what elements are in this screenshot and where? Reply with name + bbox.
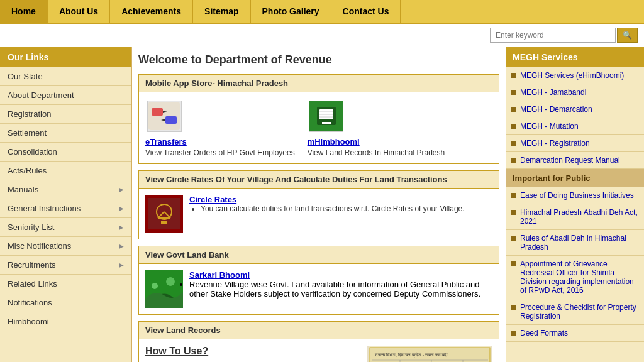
sidebar-item-manuals[interactable]: Manuals▶ xyxy=(0,180,131,199)
sidebar-title: Our Links xyxy=(0,47,131,67)
circle-rates-box: View Circle Rates Of Your Village And Ca… xyxy=(138,170,499,239)
center-content: Welcome to Department of Revenue Mobile … xyxy=(132,47,506,362)
circle-rates-header: View Circle Rates Of Your Village And Ca… xyxy=(139,171,499,189)
bullet-icon xyxy=(511,210,516,215)
search-input[interactable] xyxy=(490,28,616,43)
megh-item[interactable]: Demarcation Request Manual xyxy=(506,152,644,169)
chevron-right-icon: ▶ xyxy=(119,261,124,268)
bullet-icon xyxy=(511,261,516,266)
nav-item-contact[interactable]: Contact Us xyxy=(331,0,401,23)
bullet-icon xyxy=(511,124,516,129)
mhimbhoomi-link[interactable]: mHimbhoomi xyxy=(308,137,360,146)
sarkari-bhoomi-desc: Revenue Village wise Govt. Land availabl… xyxy=(189,280,492,299)
sidebar-item-himbhoomi[interactable]: Himbhoomi xyxy=(0,312,131,331)
chevron-right-icon: ▶ xyxy=(119,186,124,193)
land-records-header: View Land Records xyxy=(139,322,499,339)
land-records-image: राजस्व विभाग, हिमाचल प्रदेश - नकल जमाबंद… xyxy=(367,346,492,362)
land-records-text: How To Use? You can view copy of RoR(Jam… xyxy=(145,346,360,362)
mhimbhoomi-desc: View Land Records In Himachal Pradesh xyxy=(308,148,445,157)
sidebar-item-notifications[interactable]: Notifications xyxy=(0,293,131,312)
etransfers-icon xyxy=(147,101,182,132)
circle-rates-icon xyxy=(145,195,183,233)
sarkari-bhoomi-link[interactable]: Sarkari Bhoomi xyxy=(189,270,250,280)
bullet-icon xyxy=(511,158,516,163)
sidebar-item-acts/rules[interactable]: Acts/Rules xyxy=(0,162,131,180)
circle-rates-text: Circle Rates You can calculate duties fo… xyxy=(189,195,465,213)
svg-rect-12 xyxy=(148,198,180,229)
sidebar-item-registration[interactable]: Registration xyxy=(0,105,131,124)
bullet-icon xyxy=(511,90,516,95)
svg-point-20 xyxy=(166,277,175,286)
search-bar: 🔍 xyxy=(0,24,644,47)
svg-rect-2 xyxy=(165,116,177,124)
public-item[interactable]: Himachal Pradesh Abadhi Deh Act, 2021 xyxy=(506,204,644,230)
mobile-app-header: Mobile App Store- Himachal Pradesh xyxy=(139,75,499,92)
circle-rates-bullet: You can calculate duties for land transa… xyxy=(201,204,465,213)
bullet-icon xyxy=(511,331,516,336)
nav-item-sitemap[interactable]: Sitemap xyxy=(193,0,250,23)
right-sidebar: MEGH Services MEGH Services (eHimBhoomi)… xyxy=(506,47,644,362)
nav-item-photo[interactable]: Photo Gallery xyxy=(251,0,331,23)
mhimbhoomi-icon xyxy=(309,101,343,132)
public-item[interactable]: Procedure & Checklist for Property Regis… xyxy=(506,299,644,325)
svg-rect-1 xyxy=(152,108,163,116)
bullet-icon xyxy=(511,193,516,198)
megh-services-title: MEGH Services xyxy=(506,47,644,67)
etransfers-desc: View Transfer Orders of HP Govt Employee… xyxy=(145,148,295,157)
bullet-icon xyxy=(511,305,516,310)
bullet-icon xyxy=(511,236,516,241)
govt-land-box: View Govt Land Bank xyxy=(138,246,499,315)
etransfers-link[interactable]: eTransfers xyxy=(145,137,187,146)
chevron-right-icon: ▶ xyxy=(119,205,124,212)
sarkari-bhoomi-text: Sarkari Bhoomi Revenue Village wise Govt… xyxy=(189,270,492,299)
sidebar-item-general-instructions[interactable]: General Instructions▶ xyxy=(0,199,131,218)
nav-item-achievements[interactable]: Achievements xyxy=(110,0,193,23)
megh-item[interactable]: MEGH - Registration xyxy=(506,135,644,152)
megh-item[interactable]: MEGH Services (eHimBhoomi) xyxy=(506,67,644,84)
sidebar-item-related-links[interactable]: Related Links xyxy=(0,275,131,293)
sarkari-bhoomi-icon xyxy=(145,270,183,308)
chevron-right-icon: ▶ xyxy=(119,243,124,250)
public-item[interactable]: Appointment of Grievance Redressal Offic… xyxy=(506,256,644,299)
svg-text:राजस्व विभाग, हिमाचल प्रदेश - : राजस्व विभाग, हिमाचल प्रदेश - नकल जमाबंद… xyxy=(374,352,448,358)
page-title: Welcome to Department of Revenue xyxy=(138,53,499,67)
svg-rect-8 xyxy=(322,122,331,124)
sidebar-item-our-state[interactable]: Our State xyxy=(0,67,131,86)
svg-rect-0 xyxy=(148,102,180,130)
nav-item-about[interactable]: About Us xyxy=(48,0,110,23)
megh-item[interactable]: MEGH - Jamabandi xyxy=(506,84,644,101)
etransfers-app: eTransfers View Transfer Orders of HP Go… xyxy=(145,99,295,157)
bullet-icon xyxy=(511,107,516,112)
nav-item-home[interactable]: Home xyxy=(0,0,48,23)
sidebar-item-settlement[interactable]: Settlement xyxy=(0,124,131,143)
svg-point-19 xyxy=(152,283,158,289)
sidebar-item-misc-notifications[interactable]: Misc Notifications▶ xyxy=(0,237,131,256)
govt-land-header: View Govt Land Bank xyxy=(139,246,499,264)
megh-item[interactable]: MEGH - Demarcation xyxy=(506,101,644,118)
search-button[interactable]: 🔍 xyxy=(617,28,638,43)
circle-rates-link[interactable]: Circle Rates xyxy=(189,195,236,204)
left-sidebar: Our Links Our StateAbout DepartmentRegis… xyxy=(0,47,132,362)
sidebar-item-recruitments[interactable]: Recruitments▶ xyxy=(0,256,131,275)
sidebar-item-consolidation[interactable]: Consolidation xyxy=(0,143,131,162)
top-nav: HomeAbout UsAchievementsSitemapPhoto Gal… xyxy=(0,0,644,24)
chevron-right-icon: ▶ xyxy=(119,224,124,231)
megh-item[interactable]: MEGH - Mutation xyxy=(506,118,644,135)
svg-rect-17 xyxy=(161,221,167,224)
land-records-box: View Land Records How To Use? You can vi… xyxy=(138,321,499,362)
public-item[interactable]: Rules of Abadi Deh in Himachal Pradesh xyxy=(506,230,644,256)
how-to-use-title: How To Use? xyxy=(145,346,360,357)
public-item[interactable]: Ease of Doing Business Initiatives xyxy=(506,187,644,204)
mobile-app-box: Mobile App Store- Himachal Pradesh xyxy=(138,74,499,164)
bullet-icon xyxy=(511,141,516,146)
important-public-title: Important for Public xyxy=(506,169,644,187)
mhimbhoomi-app: mHimbhoomi View Land Records In Himachal… xyxy=(308,99,445,157)
bullet-icon xyxy=(511,73,516,78)
sidebar-item-about-department[interactable]: About Department xyxy=(0,86,131,105)
sidebar-item-seniority-list[interactable]: Seniority List▶ xyxy=(0,218,131,237)
public-item[interactable]: Deed Formats xyxy=(506,325,644,342)
